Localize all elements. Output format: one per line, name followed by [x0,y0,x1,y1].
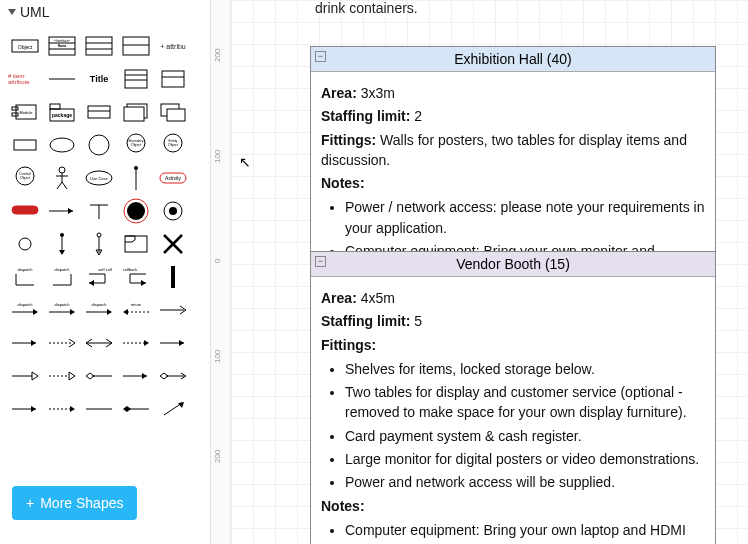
svg-line-46 [57,182,62,189]
usecase-ellipse-shape[interactable] [45,131,79,159]
arrow-right-shape[interactable] [45,197,79,225]
control-object-shape[interactable]: ControlObject [8,164,42,192]
assoc-double-shape[interactable] [82,329,116,357]
svg-text:Use Case: Use Case [90,176,108,181]
svg-text:package: package [52,112,72,118]
package-shape[interactable]: package [45,98,79,126]
collapse-triangle-icon [8,9,16,15]
self-call-shape[interactable]: self call [82,263,116,291]
assoc-2-shape[interactable] [156,329,190,357]
dispatch-arrow-a-shape[interactable]: dispatch [8,296,42,324]
svg-rect-31 [14,140,36,150]
svg-line-118 [164,403,182,415]
svg-text:dispatch: dispatch [18,267,33,272]
fragment-text: drink containers. [315,0,715,16]
actor-shape[interactable] [45,164,79,192]
collapse-icon[interactable]: − [315,51,326,62]
downarrow-hollow-shape[interactable] [82,230,116,258]
assoc-solid-shape[interactable] [8,329,42,357]
thick-bar-shape[interactable] [156,263,190,291]
ring-shape[interactable] [156,197,190,225]
collapse-icon[interactable]: − [315,256,326,267]
card-header[interactable]: − Exhibition Hall (40) [311,47,715,72]
ruler-tick: 200 [213,49,222,62]
stacked-rects-shape[interactable] [119,65,153,93]
entity-object-shape[interactable]: EntityObject [156,131,190,159]
svg-rect-70 [125,236,147,252]
frame-shape[interactable] [119,230,153,258]
attribute-text-shape[interactable]: + attribu [156,32,190,60]
svg-marker-78 [141,280,146,286]
svg-rect-7 [86,37,112,55]
stacked-cards-shape[interactable] [119,98,153,126]
object-shape[interactable]: Object [8,32,42,60]
circle-shape[interactable] [82,131,116,159]
state-pill-shape[interactable] [8,197,42,225]
item-attribute-shape[interactable]: # item: attribute [8,65,42,93]
overlap-rects-shape[interactable] [156,98,190,126]
shape-palette: Object«Interface»Name+ attribu# item: at… [0,26,210,478]
req-arrow-shape[interactable] [8,395,42,423]
bracket-left-shape[interactable]: dispatch [8,263,42,291]
drawing-canvas[interactable]: drink containers. − Exhibition Hall (40)… [231,0,748,544]
card-header[interactable]: − Vendor Booth (15) [311,252,715,277]
dispatch-arrow-c-shape[interactable]: dispatch [82,296,116,324]
card-field: Area: 4x5m [321,288,705,308]
agg-open-shape[interactable] [156,362,190,390]
agg-arrow-shape[interactable] [82,362,116,390]
comp-arrow-shape[interactable] [119,362,153,390]
real-arrow-shape[interactable] [45,362,79,390]
svg-point-67 [97,233,101,237]
card-field: Staffing limit: 5 [321,311,705,331]
assoc-dashed-open-shape[interactable] [45,329,79,357]
more-shapes-button[interactable]: + More Shapes [12,486,137,520]
interface-shape[interactable]: «Interface»Name [45,32,79,60]
compose-solid-shape[interactable] [119,395,153,423]
svg-rect-79 [171,266,175,288]
x-shape[interactable] [156,230,190,258]
svg-marker-100 [179,340,184,346]
svg-rect-30 [167,109,185,121]
svg-rect-16 [162,71,184,87]
module-tab-shape[interactable]: Module [8,98,42,126]
message-line-shape[interactable] [119,164,153,192]
class-shape[interactable] [82,32,116,60]
title-shape[interactable]: Title [82,65,116,93]
downarrow-dot-shape[interactable] [45,230,79,258]
assoc-open-shape[interactable] [156,296,190,324]
3section-class-shape[interactable] [156,65,190,93]
svg-point-50 [134,166,138,170]
boundary-object-shape[interactable]: BoundaryObject [119,131,153,159]
activity-pill-shape[interactable]: Activity [156,164,190,192]
callback-shape[interactable]: callback [119,263,153,291]
label-box-shape[interactable] [82,98,116,126]
real-open-shape[interactable] [45,395,79,423]
ruler-tick: 200 [213,450,222,463]
line-ne-shape[interactable] [156,395,190,423]
line-plain-shape[interactable] [82,395,116,423]
svg-text:Name: Name [58,44,67,48]
svg-point-43 [59,167,65,173]
filled-dot-shape[interactable] [119,197,153,225]
t-junction-shape[interactable] [82,197,116,225]
canvas-card-vendor[interactable]: − Vendor Booth (15) Area: 4x5mStaffing l… [310,251,716,544]
class-split-shape[interactable] [119,32,153,60]
svg-text:dispatch: dispatch [55,267,70,272]
rect-outline-shape[interactable] [8,131,42,159]
fittings-list: Shelves for items, locked storage below.… [345,359,705,493]
dep-arrow-shape[interactable] [119,329,153,357]
list-item: Power and network access will be supplie… [345,472,705,492]
hollow-dot-shape[interactable] [8,230,42,258]
more-shapes-label: More Shapes [40,495,123,511]
svg-text:Object: Object [20,176,30,180]
use-case-shape[interactable]: Use Case [82,164,116,192]
bracket-right-shape[interactable]: dispatch [45,263,79,291]
card-title: Exhibition Hall (40) [454,51,572,67]
card-field: Notes: [321,496,705,516]
return-arrow-shape[interactable]: return [119,296,153,324]
sidebar-section-header[interactable]: UML [0,0,210,26]
list-item: Computer equipment: Bring your own lapto… [345,520,705,544]
divider-line-shape[interactable] [45,65,79,93]
gen-arrow-shape[interactable] [8,362,42,390]
dispatch-arrow-b-shape[interactable]: dispatch [45,296,79,324]
